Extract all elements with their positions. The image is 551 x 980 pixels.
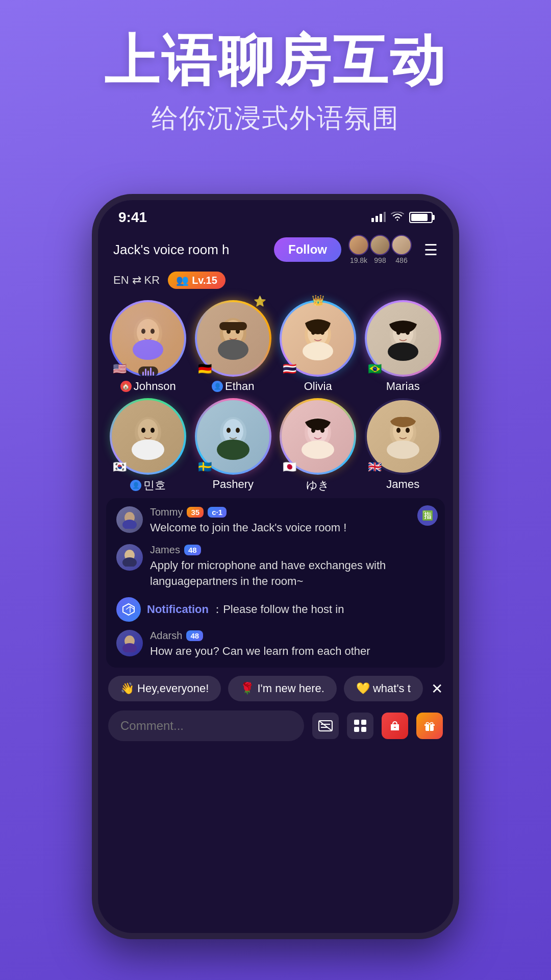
avatar-marias[interactable]: 🇧🇷 Marias — [363, 300, 443, 393]
avatar-james[interactable]: 🇬🇧 James — [363, 398, 443, 493]
avatar-ring-pashery: 🇸🇪 — [195, 398, 271, 475]
avatar-ring-minho: 🇰🇷 — [110, 398, 186, 475]
name-james: James — [386, 478, 419, 491]
name-olivia: Olivia — [304, 380, 332, 393]
svg-rect-1 — [375, 216, 378, 222]
user-icon-minho: 👤 — [130, 480, 141, 491]
top-avatar-group: 19.8k 998 486 — [348, 235, 412, 264]
avatar-pashery[interactable]: 🇸🇪 Pashery — [193, 398, 273, 493]
chat-area: 🈯 Tommy 35 c·1 Welcome to join the Jack'… — [106, 498, 445, 668]
svg-point-42 — [396, 428, 400, 433]
name-minho: 👤 민호 — [130, 478, 166, 493]
top-avatar-3[interactable]: 486 — [391, 235, 412, 264]
flag-marias: 🇧🇷 — [368, 363, 382, 375]
level-badge: 👥 Lv.15 — [168, 272, 226, 289]
svg-point-33 — [236, 428, 240, 433]
level-text: Lv.15 — [192, 275, 217, 286]
name-ethan: 👤 Ethan — [212, 380, 255, 393]
chat-content-tommy: Tommy 35 c·1 Welcome to join the Jack's … — [150, 506, 435, 536]
quick-reply-new[interactable]: 🌹 I'm new here. — [228, 676, 336, 701]
svg-point-19 — [303, 342, 333, 360]
svg-rect-56 — [361, 720, 366, 725]
battery-icon — [409, 212, 433, 223]
svg-point-28 — [151, 428, 155, 433]
chat-text-james: Apply for microphone and have exchanges … — [150, 558, 435, 590]
gift-icon[interactable] — [416, 713, 443, 739]
svg-point-27 — [141, 428, 145, 433]
quick-replies-bar: 👋 Hey,everyone! 🌹 I'm new here. 💛 what's… — [98, 668, 453, 705]
lang-from: EN — [113, 274, 129, 287]
translate-icon[interactable]: 🈯 — [417, 505, 438, 526]
badge-james-48: 48 — [184, 545, 201, 555]
svg-rect-55 — [354, 720, 359, 725]
quick-reply-close[interactable]: ✕ — [431, 680, 443, 697]
svg-point-39 — [302, 440, 334, 459]
user-icon-ethan: 👤 — [212, 381, 223, 392]
svg-rect-13 — [219, 322, 247, 330]
room-title: Jack's voice room h — [113, 242, 267, 258]
chat-avatar-james-chat[interactable] — [116, 544, 143, 571]
avatar-olivia[interactable]: 🇹🇭 👑 Olivia — [278, 300, 358, 393]
status-bar: 9:41 — [98, 200, 453, 231]
top-avatar-1[interactable]: 19.8k — [348, 235, 369, 264]
flag-ethan: 🇩🇪 — [198, 363, 212, 375]
phone-screen: 9:41 — [98, 200, 453, 933]
name-marias: Marias — [386, 380, 420, 393]
name-yuki: ゆき — [306, 478, 330, 493]
wifi-icon — [391, 209, 404, 226]
svg-point-29 — [132, 439, 164, 460]
svg-rect-58 — [361, 727, 366, 732]
comment-input[interactable] — [108, 710, 304, 741]
svg-point-24 — [388, 342, 418, 361]
grid-icon[interactable] — [347, 713, 373, 739]
menu-icon[interactable]: ☰ — [424, 241, 438, 259]
svg-point-48 — [122, 557, 137, 567]
status-time: 9:41 — [118, 209, 147, 226]
chat-message-tommy: Tommy 35 c·1 Welcome to join the Jack's … — [116, 506, 435, 536]
avatar-minho[interactable]: 🇰🇷 👤 민호 — [108, 398, 188, 493]
signal-icon — [371, 209, 386, 226]
quick-reply-hey[interactable]: 👋 Hey,everyone! — [108, 676, 221, 701]
svg-rect-2 — [380, 214, 382, 222]
caption-off-icon[interactable] — [312, 713, 339, 739]
svg-rect-0 — [371, 218, 374, 222]
chat-content-adarsh: Adarsh 48 How are you? Can we learn from… — [150, 630, 435, 659]
notification-text: Notification ：Please follow the host in — [147, 602, 344, 617]
lang-arrow: ⇄ — [132, 274, 141, 287]
badge-tommy-35: 35 — [187, 507, 204, 518]
avatar-johnson[interactable]: 🇺🇸 🏠 Johnson — [108, 300, 188, 393]
flag-minho: 🇰🇷 — [113, 461, 127, 473]
chat-username-james: James 48 — [150, 544, 435, 556]
svg-point-44 — [387, 440, 419, 459]
chat-text-tommy: Welcome to join the Jack's voice room ! — [150, 520, 435, 536]
status-icons — [371, 209, 433, 226]
top-avatar-2[interactable]: 998 — [370, 235, 390, 264]
avatar-yuki[interactable]: 🇯🇵 ゆき — [278, 398, 358, 493]
follow-button[interactable]: Follow — [274, 237, 341, 262]
notification-label: Notification — [147, 603, 209, 616]
svg-point-43 — [406, 428, 410, 433]
flag-james: 🇬🇧 — [368, 461, 382, 473]
lang-to: KR — [144, 274, 160, 287]
header-subtitle: 给你沉浸式外语氛围 — [0, 101, 551, 136]
language-row: EN ⇄ KR 👥 Lv.15 — [98, 268, 453, 292]
avatar-ring-marias: 🇧🇷 — [365, 300, 441, 377]
flag-pashery: 🇸🇪 — [198, 461, 212, 473]
chat-avatar-adarsh[interactable] — [116, 630, 143, 656]
avatar-ring-yuki: 🇯🇵 — [280, 398, 356, 475]
chat-avatar-tommy[interactable] — [116, 506, 143, 533]
name-johnson: 🏠 Johnson — [120, 380, 176, 393]
chat-text-adarsh: How are you? Can we learn from each othe… — [150, 644, 435, 659]
svg-point-50 — [122, 643, 137, 652]
bag-icon[interactable] — [382, 713, 408, 739]
top-bar: Jack's voice room h Follow 19.8k 998 486… — [98, 231, 453, 268]
language-tag: EN ⇄ KR — [113, 274, 160, 287]
avatar-ethan[interactable]: 🇩🇪 ⭐ 👤 Ethan — [193, 300, 273, 393]
chat-content-james: James 48 Apply for microphone and have e… — [150, 544, 435, 590]
badge-adarsh-48: 48 — [186, 630, 203, 641]
svg-line-54 — [319, 721, 332, 731]
chat-message-james: James 48 Apply for microphone and have e… — [116, 544, 435, 590]
svg-point-32 — [227, 428, 231, 433]
star-deco-ethan: ⭐ — [254, 295, 266, 307]
quick-reply-whats[interactable]: 💛 what's t — [344, 676, 423, 701]
